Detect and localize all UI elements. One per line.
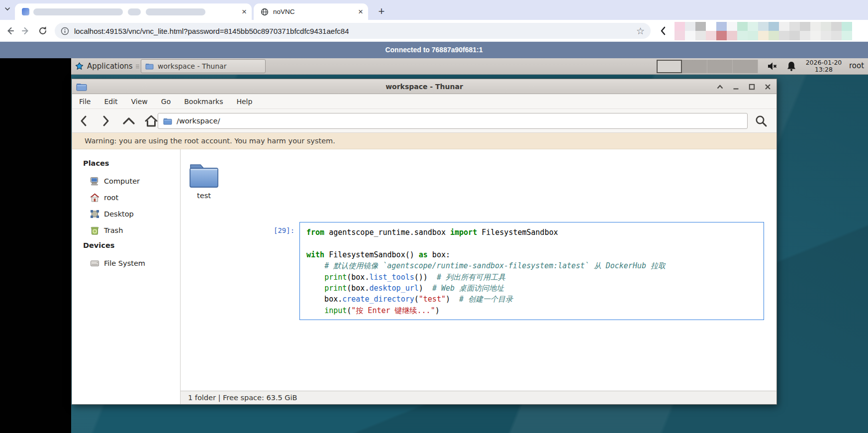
nav-up-icon[interactable]: [121, 114, 136, 128]
extension-icon-blurred[interactable]: [831, 22, 842, 40]
root-warning-text: Warning: you are using the root account.…: [85, 137, 335, 145]
sidebar-item-computer[interactable]: Computer: [72, 173, 180, 189]
extension-icon-blurred[interactable]: [675, 22, 685, 40]
extension-icon-blurred[interactable]: [758, 22, 769, 40]
xfce-logo-icon: [75, 62, 84, 71]
devices-header: Devices: [72, 238, 180, 255]
sidebar-item-label: Computer: [104, 177, 140, 185]
workspace-4[interactable]: [733, 60, 758, 73]
minimize-window-icon[interactable]: [732, 83, 740, 91]
trash-icon: [90, 226, 99, 235]
nav-home-icon[interactable]: [144, 114, 159, 128]
menu-help[interactable]: Help: [236, 98, 252, 106]
tab-redacted[interactable]: ×: [15, 3, 252, 20]
applications-label: Applications: [87, 62, 133, 71]
workspace-3[interactable]: [707, 60, 733, 73]
sidebar-item-label: Desktop: [104, 210, 134, 218]
menu-bookmarks[interactable]: Bookmarks: [184, 98, 223, 106]
clock-time: 13:28: [801, 66, 846, 73]
panel-clock[interactable]: 2026-01-20 13:28: [801, 59, 846, 73]
tab-title: noVNC: [273, 8, 295, 15]
maximize-window-icon[interactable]: [748, 83, 756, 91]
path-input[interactable]: /workspace/: [158, 113, 748, 129]
volume-muted-icon[interactable]: [766, 60, 778, 72]
file-view[interactable]: test [29]: from agentscope_runtime.sandb…: [181, 149, 776, 391]
path-folder-icon: [163, 117, 172, 125]
window-titlebar[interactable]: workspace - Thunar: [72, 79, 776, 94]
extension-icon-blurred[interactable]: [821, 22, 831, 40]
sidebar-item-label: Trash: [104, 226, 123, 234]
nav-forward-icon[interactable]: [98, 114, 113, 128]
extension-icon-blurred[interactable]: [779, 22, 789, 40]
extension-icon-blurred[interactable]: [852, 22, 863, 40]
panel-grip-icon: [136, 65, 139, 68]
extension-icon-blurred[interactable]: [842, 22, 852, 40]
extension-icon-blurred[interactable]: [800, 22, 810, 40]
sidebar-item-trash[interactable]: Trash: [72, 222, 180, 238]
tab-novnc[interactable]: noVNC ×: [254, 3, 368, 20]
extension-icon-blurred[interactable]: [706, 22, 716, 40]
new-tab-button[interactable]: +: [374, 4, 389, 19]
extension-icon-blurred[interactable]: [810, 22, 821, 40]
code-lines: from agentscope_runtime.sandbox import F…: [306, 227, 761, 316]
redacted-favicon: [22, 8, 29, 15]
drive-icon: [90, 259, 99, 268]
forward-icon[interactable]: [19, 24, 33, 38]
file-toolbar: /workspace/: [72, 109, 776, 133]
folder-icon: [189, 163, 219, 189]
extension-icon-blurred[interactable]: [789, 22, 800, 40]
notification-bell-icon[interactable]: [786, 60, 797, 72]
search-icon[interactable]: [753, 113, 770, 129]
shade-window-icon[interactable]: [716, 83, 724, 91]
extension-icon-blurred[interactable]: [769, 22, 779, 40]
root-warning-bar: Warning: you are using the root account.…: [72, 133, 776, 149]
sidebar-item-desktop[interactable]: Desktop: [72, 206, 180, 222]
extension-icon-blurred[interactable]: [716, 22, 727, 40]
sidebar-item-label: File System: [104, 259, 145, 267]
menubar: File Edit View Go Bookmarks Help: [72, 94, 776, 109]
extension-icon-blurred[interactable]: [695, 22, 706, 40]
workspace-2[interactable]: [682, 60, 707, 73]
extensions-blurred-row: [675, 22, 863, 40]
menu-view[interactable]: View: [131, 98, 148, 106]
menu-go[interactable]: Go: [161, 98, 171, 106]
path-text[interactable]: /workspace/: [177, 117, 220, 125]
redacted-title-blur: [33, 8, 123, 15]
browser-tab-strip: × noVNC × +: [0, 0, 868, 20]
bookmark-star-icon[interactable]: ☆: [636, 25, 645, 37]
browser-toolbar: localhost:49153/vnc/vnc_lite.html?passwo…: [0, 20, 868, 42]
extension-icon-blurred[interactable]: [685, 22, 695, 40]
url-bar[interactable]: localhost:49153/vnc/vnc_lite.html?passwo…: [55, 23, 651, 39]
extension-icon-blurred[interactable]: [748, 22, 758, 40]
screen: × noVNC × + localhost:49153/vnc/vnc_lite…: [0, 0, 868, 433]
nav-back-icon[interactable]: [76, 114, 91, 128]
novnc-globe-icon: [261, 8, 269, 16]
workspace-switcher: [657, 60, 758, 73]
back-icon[interactable]: [3, 24, 17, 38]
menu-edit[interactable]: Edit: [104, 98, 117, 106]
places-header: Places: [72, 156, 180, 173]
extension-icon-blurred[interactable]: [737, 22, 748, 40]
extension-icon-blurred[interactable]: [727, 22, 737, 40]
close-window-icon[interactable]: [764, 83, 772, 91]
sidebar-item-root[interactable]: root: [72, 189, 180, 206]
site-info-icon[interactable]: [61, 27, 69, 35]
tab-close-icon[interactable]: ×: [358, 7, 363, 16]
file-item-test[interactable]: test: [186, 163, 222, 200]
tab-close-icon[interactable]: ×: [242, 7, 247, 16]
task-button-label: workspace - Thunar: [158, 62, 226, 70]
applications-menu-button[interactable]: Applications: [75, 58, 139, 74]
sidebar-item-file-system[interactable]: File System: [72, 255, 180, 271]
status-text: 1 folder | Free space: 63.5 GiB: [188, 394, 297, 402]
menu-file[interactable]: File: [79, 98, 91, 106]
url-text[interactable]: localhost:49153/vnc/vnc_lite.html?passwo…: [74, 27, 349, 35]
extensions-collapse-icon[interactable]: [660, 26, 667, 36]
clock-date: 2026-01-20: [801, 59, 846, 66]
reload-icon[interactable]: [36, 24, 50, 38]
tab-search-chevron-icon[interactable]: [4, 5, 11, 12]
workspace-1[interactable]: [657, 60, 682, 73]
panel-user-label: root: [849, 61, 864, 70]
xfce-panel: Applications workspace - Thunar 2026-0: [71, 58, 868, 75]
task-button-thunar[interactable]: workspace - Thunar: [141, 59, 266, 73]
jupyter-code-cell: from agentscope_runtime.sandbox import F…: [299, 222, 764, 320]
